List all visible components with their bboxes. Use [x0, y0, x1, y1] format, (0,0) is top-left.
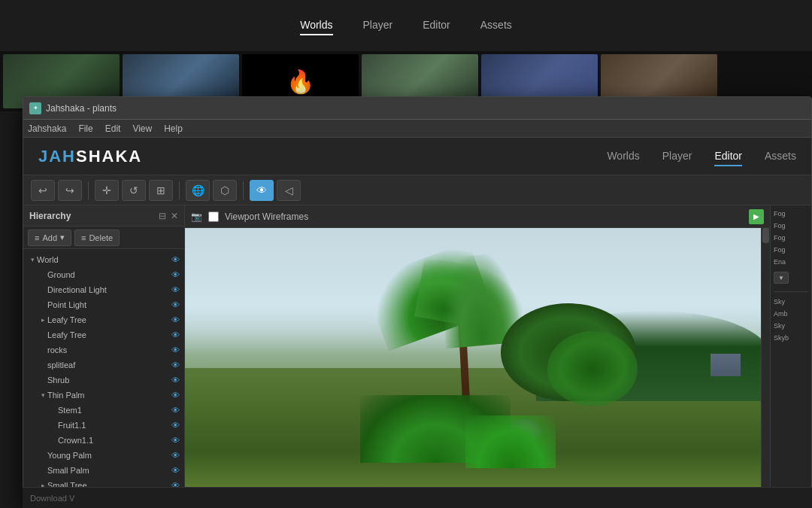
menu-edit[interactable]: Edit — [105, 123, 121, 134]
add-icon: ≡ — [35, 233, 39, 242]
hierarchy-collapse-icon[interactable]: ⊟ — [159, 211, 166, 221]
right-label-sky2: Sky — [774, 321, 808, 331]
hierarchy-header: Hierarchy ⊟ ✕ — [23, 205, 184, 227]
viewport-play-button[interactable] — [749, 209, 764, 224]
bg-nav-editor[interactable]: Editor — [423, 16, 450, 35]
menu-file[interactable]: File — [78, 123, 92, 134]
viewport-camera-icon[interactable]: 📷 — [191, 211, 202, 222]
tree-visibility-icon[interactable]: 👁 — [169, 345, 181, 354]
tree-visibility-icon[interactable]: 👁 — [169, 406, 181, 415]
app-nav-editor[interactable]: Editor — [714, 147, 742, 166]
tree-item[interactable]: Point Light👁 — [23, 297, 184, 312]
tree-arrow-expanded[interactable]: ▾ — [38, 391, 47, 399]
tree-item[interactable]: Leafy Tree👁 — [23, 327, 184, 342]
add-button[interactable]: ≡ Add ▾ — [28, 230, 71, 246]
tree-item[interactable]: Crown1.1👁 — [23, 433, 184, 448]
hierarchy-close-icon[interactable]: ✕ — [171, 211, 178, 221]
tree-item-label: splitleaf — [47, 360, 169, 370]
background-nav: Worlds Player Editor Assets — [300, 16, 512, 35]
tree-item[interactable]: Stem1👁 — [23, 403, 184, 418]
undo-button[interactable]: ↩ — [31, 180, 55, 201]
app-header: JAHSHAKA Worlds Player Editor Assets — [23, 138, 811, 175]
right-separator — [774, 291, 808, 292]
tree-item[interactable]: ▸Leafy Tree👁 — [23, 312, 184, 327]
tree-item[interactable]: Ground👁 — [23, 267, 184, 282]
main-content-area: Hierarchy ⊟ ✕ ≡ Add ▾ ≡ Delete ▾World👁Gr… — [23, 205, 811, 507]
tree-visibility-icon[interactable]: 👁 — [169, 315, 181, 324]
tree-visibility-icon[interactable]: 👁 — [169, 255, 181, 264]
delete-button[interactable]: ≡ Delete — [74, 230, 120, 246]
tree-visibility-icon[interactable]: 👁 — [169, 436, 181, 445]
menu-view[interactable]: View — [132, 123, 152, 134]
tree-item-label: Directional Light — [47, 285, 169, 294]
viewport-scrollbar[interactable] — [761, 228, 770, 507]
right-label-skyb: Skyb — [774, 333, 808, 343]
tree-item[interactable]: ▾World👁 — [23, 252, 184, 267]
scale-button[interactable]: ⊞ — [149, 180, 173, 201]
tree-item-label: Ground — [47, 270, 169, 279]
app-nav: Worlds Player Editor Assets — [607, 147, 796, 166]
local-button[interactable]: ⬡ — [213, 180, 237, 201]
wireframes-checkbox[interactable] — [208, 211, 219, 222]
tree-visibility-icon[interactable]: 👁 — [169, 285, 181, 294]
right-label-fog4: Fog — [774, 245, 808, 255]
menu-help[interactable]: Help — [164, 123, 183, 134]
right-label-amb: Amb — [774, 309, 808, 319]
tree-visibility-icon[interactable]: 👁 — [169, 376, 181, 385]
viewport-toolbar: 📷 Viewport Wireframes — [185, 205, 770, 228]
toolbar-separator-3 — [243, 181, 244, 199]
viewport-canvas[interactable] — [185, 228, 770, 507]
tree-item-label: Stem1 — [58, 406, 169, 415]
tree-item-label: Small Palm — [47, 466, 169, 475]
tree-arrow-expanded[interactable]: ▾ — [28, 256, 37, 263]
tree-visibility-icon[interactable]: 👁 — [169, 330, 181, 339]
tree-item[interactable]: splitleaf👁 — [23, 357, 184, 373]
tree-item-label: rocks — [47, 345, 169, 354]
toolbar-separator-2 — [179, 181, 180, 199]
bottom-text: Download V — [30, 494, 74, 503]
menu-jahshaka[interactable]: Jahshaka — [28, 123, 66, 134]
tree-item[interactable]: Fruit1.1👁 — [23, 418, 184, 433]
tree-visibility-icon[interactable]: 👁 — [169, 451, 181, 460]
add-arrow: ▾ — [60, 233, 65, 242]
add-label: Add — [42, 233, 57, 242]
tree-item[interactable]: Shrub👁 — [23, 373, 184, 388]
redo-button[interactable]: ↪ — [58, 180, 82, 201]
bg-nav-worlds[interactable]: Worlds — [300, 16, 332, 35]
foreground-plants-2 — [465, 415, 556, 468]
view-button[interactable]: 👁 — [250, 180, 274, 201]
tree-item[interactable]: ▾Thin Palm👁 — [23, 388, 184, 403]
tree-visibility-icon[interactable]: 👁 — [169, 421, 181, 430]
tree-visibility-icon[interactable]: 👁 — [169, 270, 181, 279]
tree-arrow-collapsed[interactable]: ▸ — [38, 316, 47, 324]
tree-item-label: Fruit1.1 — [58, 421, 169, 430]
delete-label: Delete — [89, 233, 113, 242]
tree-item[interactable]: Directional Light👁 — [23, 282, 184, 297]
bg-nav-player[interactable]: Player — [363, 16, 393, 35]
tree-item-label: Shrub — [47, 376, 169, 385]
tree-item-label: Leafy Tree — [47, 315, 169, 324]
tree-item[interactable]: rocks👁 — [23, 342, 184, 357]
right-dropdown-1[interactable] — [774, 272, 789, 284]
back-button[interactable]: ◁ — [277, 180, 301, 201]
tree-visibility-icon[interactable]: 👁 — [169, 391, 181, 400]
logo-part2: SHAKA — [76, 147, 142, 166]
tree-visibility-icon[interactable]: 👁 — [169, 300, 181, 309]
move-button[interactable]: ✛ — [95, 180, 119, 201]
tree-visibility-icon[interactable]: 👁 — [169, 360, 181, 370]
tree-item-label: Thin Palm — [47, 391, 169, 400]
hierarchy-title: Hierarchy — [29, 211, 71, 221]
scrollbar-thumb[interactable] — [762, 228, 769, 243]
tree-item-label: Point Light — [47, 300, 169, 309]
rotate-button[interactable]: ↺ — [122, 180, 146, 201]
tree-visibility-icon[interactable]: 👁 — [169, 466, 181, 475]
world-button[interactable]: 🌐 — [186, 180, 210, 201]
app-nav-worlds[interactable]: Worlds — [607, 147, 639, 166]
app-nav-player[interactable]: Player — [662, 147, 692, 166]
app-nav-assets[interactable]: Assets — [765, 147, 796, 166]
bg-nav-assets[interactable]: Assets — [480, 16, 512, 35]
tree-item[interactable]: Small Palm👁 — [23, 463, 184, 478]
tree-item[interactable]: Young Palm👁 — [23, 448, 184, 463]
right-label-ena: Ena — [774, 257, 808, 267]
right-label-fog3: Fog — [774, 233, 808, 243]
